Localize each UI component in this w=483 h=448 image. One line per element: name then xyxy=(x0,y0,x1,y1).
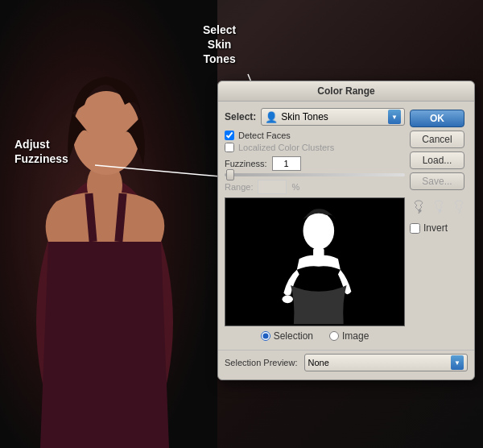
fuzziness-slider-thumb[interactable] xyxy=(226,169,234,180)
svg-point-11 xyxy=(303,212,335,249)
selection-radio-label: Selection xyxy=(274,330,313,342)
fuzziness-slider-container xyxy=(225,173,405,176)
selection-radio[interactable] xyxy=(261,331,270,341)
eyedropper-row xyxy=(410,198,468,216)
dropdown-arrow-icon[interactable]: ▼ xyxy=(388,110,401,124)
invert-checkbox[interactable] xyxy=(410,223,420,234)
detect-faces-row: Detect Faces xyxy=(225,131,405,140)
fuzziness-row: Fuzziness: xyxy=(225,156,405,171)
load-button[interactable]: Load... xyxy=(410,151,464,169)
save-button[interactable]: Save... xyxy=(410,172,464,190)
selection-preview-arrow-icon[interactable]: ▼ xyxy=(451,355,464,370)
select-row: Select: 👤 Skin Tones ▼ xyxy=(225,108,405,126)
color-range-dialog: Color Range Select: 👤 Skin Tones ▼ xyxy=(217,81,475,380)
select-dropdown[interactable]: 👤 Skin Tones ▼ xyxy=(261,108,405,126)
fuzziness-label: Fuzziness: xyxy=(225,159,267,168)
eyedropper-subtract-icon[interactable] xyxy=(430,198,447,216)
detect-faces-label: Detect Faces xyxy=(238,131,291,140)
preview-svg xyxy=(225,198,404,326)
fuzziness-slider-track[interactable] xyxy=(225,173,405,176)
dialog-title: Color Range xyxy=(218,81,474,102)
svg-point-15 xyxy=(418,209,421,213)
select-label: Select: xyxy=(225,111,256,122)
localized-clusters-checkbox[interactable] xyxy=(225,143,234,152)
dialog-buttons-panel: OK Cancel Load... Save... xyxy=(410,108,468,345)
range-input[interactable] xyxy=(258,180,287,194)
selection-preview-dropdown[interactable]: None ▼ xyxy=(304,354,469,371)
image-radio-label: Image xyxy=(342,330,369,342)
image-radio[interactable] xyxy=(329,331,339,341)
svg-line-18 xyxy=(459,210,460,214)
preview-area xyxy=(225,197,405,326)
range-label: Range: xyxy=(225,182,253,192)
background-photo xyxy=(0,0,217,448)
eyedropper-icon[interactable] xyxy=(451,198,468,216)
selection-radio-item: Selection xyxy=(261,330,313,342)
annotation-skin-tones: Select Skin Tones xyxy=(203,23,236,67)
svg-point-13 xyxy=(282,296,293,304)
localized-clusters-label: Localized Color Clusters xyxy=(238,143,334,152)
range-row: Range: % xyxy=(225,180,405,194)
invert-row: Invert xyxy=(410,222,468,234)
selection-preview-bar: Selection Preview: None ▼ xyxy=(218,350,474,373)
image-radio-item: Image xyxy=(329,330,369,342)
selection-preview-label: Selection Preview: xyxy=(225,358,298,367)
cancel-button[interactable]: Cancel xyxy=(410,131,464,148)
annotation-fuzziness: Adjust Fuzziness xyxy=(14,137,68,166)
eyedropper-add-icon[interactable] xyxy=(410,198,427,216)
detect-faces-checkbox[interactable] xyxy=(225,131,234,140)
invert-label: Invert xyxy=(423,222,448,234)
preview-type-row: Selection Image xyxy=(225,330,405,342)
svg-point-17 xyxy=(438,209,441,213)
skin-icon: 👤 xyxy=(265,111,278,123)
ok-button[interactable]: OK xyxy=(410,110,464,127)
fuzziness-input[interactable] xyxy=(272,156,301,171)
localized-clusters-row: Localized Color Clusters xyxy=(225,143,405,152)
range-pct: % xyxy=(291,182,299,192)
